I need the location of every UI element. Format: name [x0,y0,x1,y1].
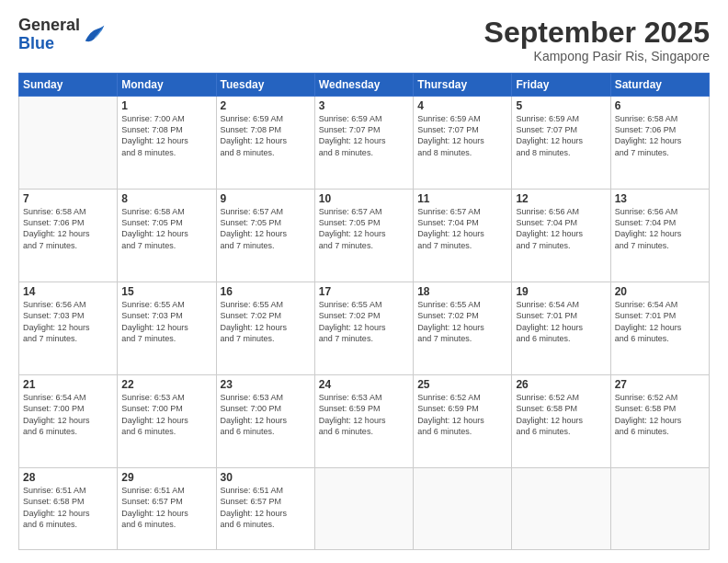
day-cell: 22Sunrise: 6:53 AMSunset: 7:00 PMDayligh… [118,375,216,468]
day-cell: 14Sunrise: 6:56 AMSunset: 7:03 PMDayligh… [19,282,118,375]
week-row-3: 14Sunrise: 6:56 AMSunset: 7:03 PMDayligh… [19,282,710,375]
day-cell: 12Sunrise: 6:56 AMSunset: 7:04 PMDayligh… [512,190,610,282]
day-cell: 25Sunrise: 6:52 AMSunset: 6:59 PMDayligh… [414,375,512,468]
day-cell: 20Sunrise: 6:54 AMSunset: 7:01 PMDayligh… [610,282,709,375]
day-number: 17 [319,285,409,298]
day-cell: 23Sunrise: 6:53 AMSunset: 7:00 PMDayligh… [216,375,314,468]
day-number: 15 [121,285,211,298]
day-number: 26 [516,378,606,391]
day-cell: 24Sunrise: 6:53 AMSunset: 6:59 PMDayligh… [314,375,413,468]
day-cell [19,97,118,190]
day-cell: 28Sunrise: 6:51 AMSunset: 6:58 PMDayligh… [19,468,118,550]
month-title: September 2025 [484,17,710,49]
col-header-friday: Friday [512,74,610,97]
week-row-4: 21Sunrise: 6:54 AMSunset: 7:00 PMDayligh… [19,375,710,468]
title-block: September 2025 Kampong Pasir Ris, Singap… [484,17,710,63]
day-info: Sunrise: 6:55 AMSunset: 7:02 PMDaylight:… [319,299,409,344]
day-cell [414,468,512,550]
day-info: Sunrise: 6:52 AMSunset: 6:59 PMDaylight:… [417,392,507,437]
day-cell: 30Sunrise: 6:51 AMSunset: 6:57 PMDayligh… [216,468,314,550]
day-info: Sunrise: 6:53 AMSunset: 6:59 PMDaylight:… [319,392,409,437]
day-number: 25 [417,378,507,391]
col-header-wednesday: Wednesday [314,74,413,97]
day-cell: 26Sunrise: 6:52 AMSunset: 6:58 PMDayligh… [512,375,610,468]
day-cell: 8Sunrise: 6:58 AMSunset: 7:05 PMDaylight… [118,190,216,282]
day-cell [610,468,709,550]
day-number: 16 [221,285,311,298]
day-number: 5 [516,99,606,112]
day-cell: 3Sunrise: 6:59 AMSunset: 7:07 PMDaylight… [314,97,413,190]
logo-text: General Blue [18,17,80,53]
logo: General Blue [18,17,108,53]
day-number: 18 [417,285,507,298]
day-cell: 9Sunrise: 6:57 AMSunset: 7:05 PMDaylight… [216,190,314,282]
day-number: 14 [23,285,113,298]
day-cell: 5Sunrise: 6:59 AMSunset: 7:07 PMDaylight… [512,97,610,190]
day-cell: 19Sunrise: 6:54 AMSunset: 7:01 PMDayligh… [512,282,610,375]
day-info: Sunrise: 6:56 AMSunset: 7:04 PMDaylight:… [516,206,606,251]
day-cell: 17Sunrise: 6:55 AMSunset: 7:02 PMDayligh… [314,282,413,375]
day-info: Sunrise: 6:57 AMSunset: 7:04 PMDaylight:… [417,206,507,251]
day-info: Sunrise: 6:56 AMSunset: 7:04 PMDaylight:… [615,206,705,251]
day-cell: 1Sunrise: 7:00 AMSunset: 7:08 PMDaylight… [118,97,216,190]
day-cell: 7Sunrise: 6:58 AMSunset: 7:06 PMDaylight… [19,190,118,282]
col-header-monday: Monday [118,74,216,97]
day-cell: 10Sunrise: 6:57 AMSunset: 7:05 PMDayligh… [314,190,413,282]
day-cell: 13Sunrise: 6:56 AMSunset: 7:04 PMDayligh… [610,190,709,282]
day-info: Sunrise: 6:55 AMSunset: 7:02 PMDaylight:… [417,299,507,344]
header: General Blue September 2025 Kampong Pasi… [18,17,710,63]
day-number: 23 [221,378,311,391]
day-info: Sunrise: 6:59 AMSunset: 7:07 PMDaylight:… [516,113,606,158]
day-info: Sunrise: 6:54 AMSunset: 7:00 PMDaylight:… [23,392,113,437]
day-cell [314,468,413,550]
day-cell: 18Sunrise: 6:55 AMSunset: 7:02 PMDayligh… [414,282,512,375]
location: Kampong Pasir Ris, Singapore [484,49,710,63]
day-info: Sunrise: 6:57 AMSunset: 7:05 PMDaylight:… [319,206,409,251]
day-info: Sunrise: 6:59 AMSunset: 7:08 PMDaylight:… [221,113,311,158]
day-cell: 16Sunrise: 6:55 AMSunset: 7:02 PMDayligh… [216,282,314,375]
day-info: Sunrise: 6:51 AMSunset: 6:57 PMDaylight:… [121,485,211,530]
week-row-5: 28Sunrise: 6:51 AMSunset: 6:58 PMDayligh… [19,468,710,550]
day-info: Sunrise: 6:58 AMSunset: 7:05 PMDaylight:… [121,206,211,251]
day-number: 12 [516,192,606,205]
day-number: 4 [417,99,507,112]
day-number: 6 [615,99,705,112]
day-cell: 2Sunrise: 6:59 AMSunset: 7:08 PMDaylight… [216,97,314,190]
day-number: 10 [319,192,409,205]
day-cell: 27Sunrise: 6:52 AMSunset: 6:58 PMDayligh… [610,375,709,468]
day-number: 2 [221,99,311,112]
day-info: Sunrise: 6:52 AMSunset: 6:58 PMDaylight:… [516,392,606,437]
week-row-1: 1Sunrise: 7:00 AMSunset: 7:08 PMDaylight… [19,97,710,190]
day-cell: 11Sunrise: 6:57 AMSunset: 7:04 PMDayligh… [414,190,512,282]
week-row-2: 7Sunrise: 6:58 AMSunset: 7:06 PMDaylight… [19,190,710,282]
day-cell: 21Sunrise: 6:54 AMSunset: 7:00 PMDayligh… [19,375,118,468]
day-info: Sunrise: 6:53 AMSunset: 7:00 PMDaylight:… [121,392,211,437]
day-number: 1 [121,99,211,112]
col-header-thursday: Thursday [414,74,512,97]
day-cell: 6Sunrise: 6:58 AMSunset: 7:06 PMDaylight… [610,97,709,190]
day-number: 24 [319,378,409,391]
day-cell: 15Sunrise: 6:55 AMSunset: 7:03 PMDayligh… [118,282,216,375]
col-header-sunday: Sunday [19,74,118,97]
day-number: 27 [615,378,705,391]
calendar-table: SundayMondayTuesdayWednesdayThursdayFrid… [18,73,710,550]
logo-bird-icon [82,22,108,48]
col-header-saturday: Saturday [610,74,709,97]
day-number: 21 [23,378,113,391]
day-info: Sunrise: 6:58 AMSunset: 7:06 PMDaylight:… [23,206,113,251]
day-cell [512,468,610,550]
day-cell: 4Sunrise: 6:59 AMSunset: 7:07 PMDaylight… [414,97,512,190]
col-header-tuesday: Tuesday [216,74,314,97]
day-number: 30 [221,471,311,484]
day-number: 22 [121,378,211,391]
day-number: 11 [417,192,507,205]
day-number: 13 [615,192,705,205]
day-number: 19 [516,285,606,298]
day-info: Sunrise: 6:55 AMSunset: 7:03 PMDaylight:… [121,299,211,344]
day-info: Sunrise: 6:53 AMSunset: 7:00 PMDaylight:… [221,392,311,437]
day-info: Sunrise: 6:51 AMSunset: 6:58 PMDaylight:… [23,485,113,530]
day-info: Sunrise: 6:51 AMSunset: 6:57 PMDaylight:… [221,485,311,530]
day-number: 3 [319,99,409,112]
day-info: Sunrise: 6:58 AMSunset: 7:06 PMDaylight:… [615,113,705,158]
calendar-header-row: SundayMondayTuesdayWednesdayThursdayFrid… [19,74,710,97]
